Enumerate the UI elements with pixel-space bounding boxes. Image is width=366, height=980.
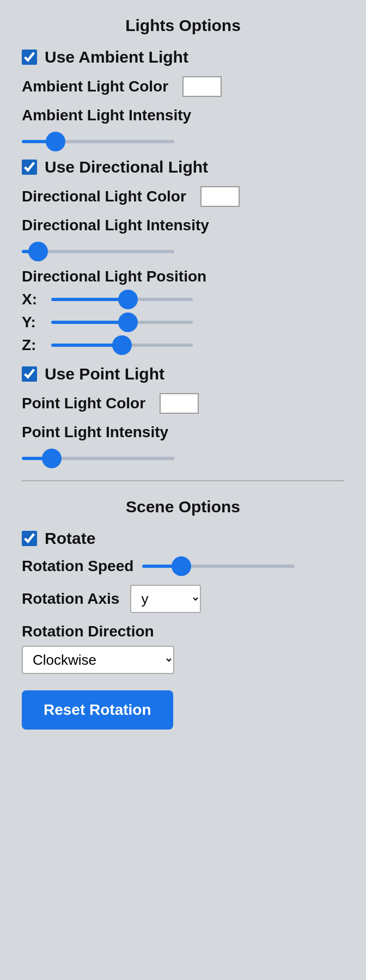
rotation-direction-container: Rotation Direction Clockwise Counter-Clo… [22,623,344,674]
scene-section-title: Scene Options [22,498,344,516]
use-point-label[interactable]: Use Point Light [45,365,164,383]
directional-intensity-container: Directional Light Intensity [22,217,344,257]
y-slider-row: Y: [22,314,344,331]
point-intensity-label: Point Light Intensity [22,424,344,441]
point-color-row: Point Light Color [22,393,344,414]
use-directional-row: Use Directional Light [22,158,344,176]
rotation-axis-label: Rotation Axis [22,590,119,608]
rotation-direction-label: Rotation Direction [22,623,344,640]
section-divider [22,480,344,481]
directional-color-swatch[interactable] [200,186,240,207]
rotate-checkbox[interactable] [22,531,37,546]
main-panel: Lights Options Use Ambient Light Ambient… [0,0,366,751]
use-ambient-checkbox[interactable] [22,50,37,65]
directional-color-label: Directional Light Color [22,188,186,205]
rotation-speed-slider[interactable] [142,565,295,568]
ambient-intensity-label: Ambient Light Intensity [22,107,344,124]
use-directional-checkbox[interactable] [22,160,37,175]
rotate-label[interactable]: Rotate [45,529,95,548]
z-axis-label: Z: [22,336,44,354]
rotation-speed-label: Rotation Speed [22,558,133,575]
directional-color-row: Directional Light Color [22,186,344,207]
directional-position-label: Directional Light Position [22,268,344,285]
rotation-axis-row: Rotation Axis x y z [22,585,344,613]
rotation-direction-select[interactable]: Clockwise Counter-Clockwise [22,646,174,674]
directional-position-container: Directional Light Position X: Y: Z: [22,268,344,354]
rotation-axis-select[interactable]: x y z [130,585,201,613]
use-directional-label[interactable]: Use Directional Light [45,158,208,176]
ambient-intensity-slider[interactable] [22,140,174,143]
lights-section-title: Lights Options [22,16,344,35]
x-position-slider[interactable] [51,298,193,301]
directional-intensity-slider[interactable] [22,250,174,253]
x-axis-label: X: [22,291,44,308]
x-slider-row: X: [22,291,344,308]
ambient-color-swatch[interactable] [182,76,222,97]
use-point-checkbox[interactable] [22,366,37,382]
ambient-intensity-container: Ambient Light Intensity [22,107,344,147]
directional-intensity-label: Directional Light Intensity [22,217,344,234]
use-point-row: Use Point Light [22,365,344,383]
ambient-color-row: Ambient Light Color [22,76,344,97]
point-intensity-container: Point Light Intensity [22,424,344,464]
z-slider-row: Z: [22,336,344,354]
ambient-color-label: Ambient Light Color [22,78,168,95]
point-intensity-slider[interactable] [22,457,174,460]
point-color-swatch[interactable] [160,393,199,414]
rotation-speed-row: Rotation Speed [22,558,344,575]
z-position-slider[interactable] [51,344,193,347]
reset-rotation-button[interactable]: Reset Rotation [22,690,173,730]
y-position-slider[interactable] [51,321,193,324]
use-ambient-label[interactable]: Use Ambient Light [45,48,188,66]
y-axis-label: Y: [22,314,44,331]
rotate-row: Rotate [22,529,344,548]
use-ambient-row: Use Ambient Light [22,48,344,66]
point-color-label: Point Light Color [22,395,145,412]
